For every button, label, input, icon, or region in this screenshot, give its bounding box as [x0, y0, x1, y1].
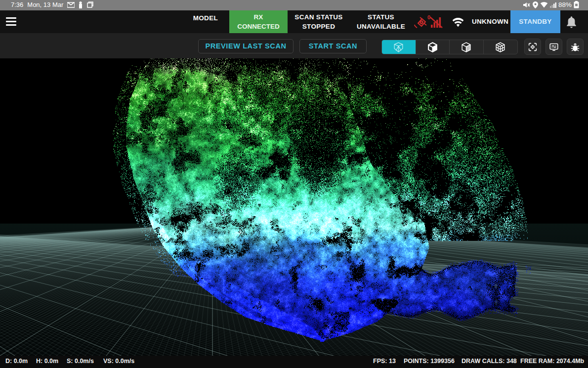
svg-text:0: 0	[427, 14, 430, 20]
